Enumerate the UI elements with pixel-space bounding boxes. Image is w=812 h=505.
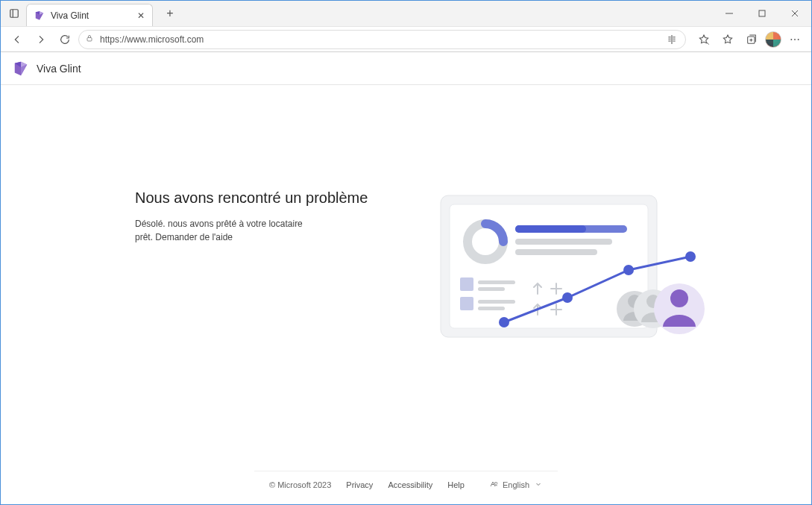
tab-actions-icon[interactable] <box>5 4 23 22</box>
viva-glint-favicon-icon <box>34 10 45 21</box>
new-tab-button[interactable]: + <box>160 4 180 23</box>
svg-point-36 <box>670 289 688 307</box>
error-line-2: prêt. Demander de l'aide <box>135 232 233 242</box>
footer-privacy-link[interactable]: Privacy <box>346 480 373 489</box>
browser-tab-title: Viva Glint <box>51 10 131 21</box>
svg-rect-26 <box>478 307 505 310</box>
refresh-button[interactable] <box>54 29 75 50</box>
svg-rect-24 <box>460 297 473 310</box>
content-area: Nous avons rencontré un problème Désolé.… <box>1 85 811 471</box>
svg-rect-3 <box>759 10 765 16</box>
error-message: Nous avons rencontré un problème Désolé.… <box>135 189 368 244</box>
language-label: English <box>503 480 529 489</box>
svg-rect-6 <box>87 38 92 42</box>
error-heading: Nous avons rencontré un problème <box>135 189 368 207</box>
language-selector[interactable]: English <box>489 480 543 490</box>
footer-left: © Microsoft 2023 Privacy Accessibility H… <box>269 480 465 489</box>
minimize-button[interactable] <box>713 1 746 26</box>
svg-rect-20 <box>515 249 597 255</box>
svg-point-12 <box>794 39 796 40</box>
svg-rect-22 <box>478 280 515 284</box>
window-controls <box>713 1 811 26</box>
app-header: Viva Glint <box>1 52 811 85</box>
svg-point-29 <box>623 265 634 275</box>
svg-point-30 <box>685 251 696 262</box>
chevron-down-icon <box>534 480 543 490</box>
reader-mode-icon[interactable] <box>664 32 679 47</box>
svg-point-28 <box>562 292 573 303</box>
error-description: Désolé. nous avons prêté à votre locatai… <box>135 217 368 244</box>
maximize-button[interactable] <box>746 1 778 26</box>
svg-rect-21 <box>460 277 473 291</box>
dashboard-illustration-icon <box>433 189 731 354</box>
favorite-star-icon[interactable] <box>693 29 714 50</box>
illustration-wrap <box>397 189 767 354</box>
tab-strip-left: Viva Glint ✕ + <box>5 1 180 26</box>
lock-icon <box>85 34 94 45</box>
browser-toolbar: https://www.microsoft.com <box>1 26 811 51</box>
footer-help-link[interactable]: Help <box>447 480 465 489</box>
error-line-1: Désolé. nous avons prêté à votre locatai… <box>135 219 303 229</box>
page-body: Nous avons rencontré un problème Désolé.… <box>1 85 811 505</box>
toolbar-right-icons <box>693 29 805 50</box>
footer-copyright: © Microsoft 2023 <box>269 480 331 489</box>
address-bar-url: https://www.microsoft.com <box>100 34 658 45</box>
profile-avatar[interactable] <box>765 31 781 48</box>
tab-strip: Viva Glint ✕ + <box>1 1 811 26</box>
browser-chrome: Viva Glint ✕ + <box>1 1 811 52</box>
more-menu-icon[interactable] <box>784 29 805 50</box>
svg-rect-25 <box>478 300 515 304</box>
close-tab-icon[interactable]: ✕ <box>137 10 145 21</box>
viva-glint-logo-icon <box>13 60 29 77</box>
footer-accessibility-link[interactable]: Accessibility <box>388 480 432 489</box>
page-footer: © Microsoft 2023 Privacy Accessibility H… <box>254 471 558 498</box>
svg-point-11 <box>790 39 792 40</box>
app-title: Viva Glint <box>37 63 81 75</box>
svg-point-13 <box>798 39 799 40</box>
close-window-button[interactable] <box>778 1 811 26</box>
language-icon <box>489 480 498 490</box>
svg-rect-0 <box>10 10 19 18</box>
svg-rect-19 <box>515 239 612 245</box>
forward-button[interactable] <box>31 29 51 50</box>
address-bar[interactable]: https://www.microsoft.com <box>78 30 686 49</box>
svg-point-27 <box>499 317 509 327</box>
svg-rect-18 <box>515 225 586 233</box>
back-button[interactable] <box>7 29 28 50</box>
collections-icon[interactable] <box>741 29 762 50</box>
svg-rect-23 <box>478 287 505 291</box>
browser-tab[interactable]: Viva Glint ✕ <box>26 4 153 26</box>
favorites-list-icon[interactable] <box>717 29 738 50</box>
svg-line-7 <box>707 43 709 45</box>
